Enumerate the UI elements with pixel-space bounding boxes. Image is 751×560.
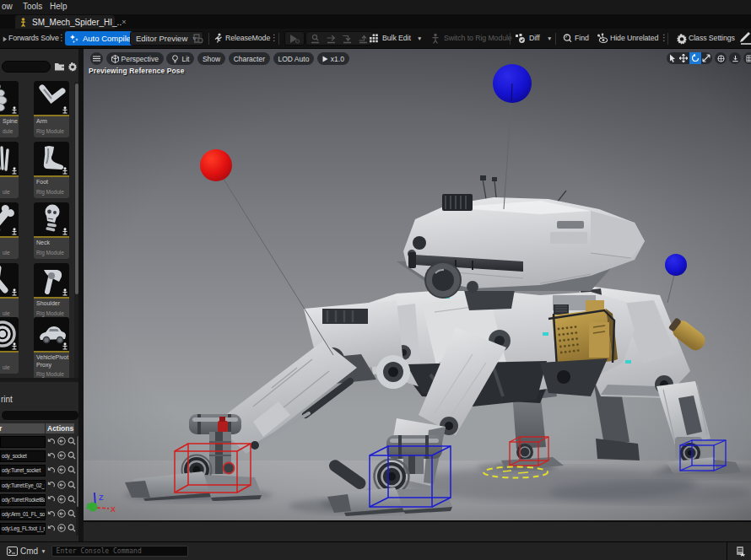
play-debug-icon	[289, 34, 300, 44]
forwards-solve-button[interactable]: Forwards Solve	[8, 34, 59, 42]
module-tile-foot[interactable]: FootRig Module	[34, 142, 69, 198]
bulk-edit-dropdown[interactable]: Bulk Edit	[382, 34, 411, 42]
reset-icon[interactable]	[47, 525, 55, 532]
module-type-label: Rig Module	[36, 250, 68, 256]
console-cmd-dropdown[interactable]: Cmd ▼	[7, 547, 46, 556]
gear-icon	[676, 33, 688, 45]
rotate-tool-button[interactable]	[689, 52, 701, 64]
step-into-icon[interactable]	[342, 34, 353, 44]
module-name: Shoulder	[36, 300, 68, 308]
edit-pencil-icon[interactable]	[739, 32, 751, 45]
module-search-input[interactable]	[2, 61, 51, 73]
show-dropdown[interactable]: Show	[197, 52, 225, 65]
module-tile[interactable]: ule	[0, 142, 19, 198]
class-settings-button[interactable]: Class Settings	[689, 34, 735, 42]
scrollbar-thumb[interactable]	[75, 83, 78, 294]
lit-dropdown[interactable]: Lit	[166, 52, 194, 65]
surface-snapping-button[interactable]	[729, 52, 741, 64]
revision-control-icon[interactable]	[734, 546, 746, 557]
connector-value-field[interactable]: ody:Arm_01_FL_socket	[0, 509, 46, 520]
module-tile[interactable]: ule	[0, 317, 19, 374]
translate-tool-button[interactable]	[678, 52, 690, 64]
magnifier-icon[interactable]	[68, 481, 76, 489]
module-tile-spine[interactable]: Spinedule	[0, 81, 19, 137]
module-tile[interactable]: ule	[0, 263, 19, 320]
use-selected-icon[interactable]	[57, 495, 66, 503]
module-type-label: ule	[3, 364, 17, 371]
magnifier-icon[interactable]	[68, 451, 76, 460]
reset-icon[interactable]	[47, 466, 55, 474]
control-sphere-blue-small[interactable]	[665, 254, 687, 276]
module-type-label: ule	[3, 310, 17, 317]
connector-value-field[interactable]: ody_socket	[0, 450, 46, 462]
character-dropdown[interactable]: Character	[229, 52, 270, 65]
3d-viewport[interactable]: Z X Perspec	[84, 49, 751, 520]
scale-tool-button[interactable]	[701, 52, 713, 64]
palette-settings-gear-icon[interactable]	[68, 62, 78, 72]
lod-dropdown[interactable]: LOD Auto	[273, 52, 315, 65]
hamburger-icon	[93, 56, 100, 62]
reset-icon[interactable]	[47, 452, 55, 460]
magnifier-icon[interactable]	[68, 495, 76, 503]
connector-search-input[interactable]	[1, 410, 79, 421]
connector-value-field[interactable]	[0, 436, 46, 448]
folder-icon[interactable]	[54, 62, 67, 72]
magnifier-icon[interactable]	[68, 509, 76, 518]
control-sphere-red[interactable]	[200, 149, 232, 181]
perspective-dropdown[interactable]: Perspective	[106, 52, 164, 65]
release-mode-options-icon[interactable]: ⋮	[270, 33, 278, 42]
playback-speed-button[interactable]: x1.0	[317, 52, 349, 65]
release-mode-button[interactable]: ReleaseMode	[225, 34, 270, 42]
switch-to-rig-module-button[interactable]: Switch to Rig Module	[444, 34, 512, 42]
use-selected-icon[interactable]	[57, 509, 66, 518]
reset-icon[interactable]	[47, 438, 55, 445]
find-node-step-icon[interactable]	[310, 34, 321, 44]
magnifier-icon[interactable]	[68, 466, 76, 474]
reset-icon[interactable]	[47, 495, 55, 503]
console-input[interactable]: Enter Console Command	[51, 546, 188, 557]
step-out-icon[interactable]	[358, 34, 369, 44]
find-button[interactable]: Find	[575, 34, 589, 42]
select-tool-button[interactable]	[667, 52, 678, 64]
surface-snap-icon	[732, 55, 739, 62]
magnifier-icon[interactable]	[68, 437, 76, 445]
module-tile[interactable]: ule	[0, 202, 19, 259]
module-tile-arm[interactable]: ArmRig Module	[34, 81, 69, 137]
header-actions-column[interactable]: Actions	[46, 423, 74, 433]
menu-item-help[interactable]: Help	[50, 2, 68, 11]
header-name-column[interactable]: r	[0, 423, 45, 433]
diff-dropdown[interactable]: Diff	[529, 34, 540, 42]
menu-item-tools[interactable]: Tools	[23, 2, 42, 11]
module-tile-shoulder[interactable]: ShoulderRig Module	[34, 263, 69, 320]
preview-platform-icon[interactable]	[192, 33, 203, 44]
tab-close-icon[interactable]: ×	[122, 18, 126, 26]
cmd-label: Cmd	[20, 547, 38, 556]
use-selected-icon[interactable]	[57, 524, 66, 532]
connector-value-field[interactable]: ody:Turret:RocketBay_	[0, 494, 46, 506]
use-selected-icon[interactable]	[57, 481, 66, 489]
world-local-toggle-button[interactable]	[715, 52, 727, 64]
magnifier-icon[interactable]	[68, 524, 76, 532]
forwards-solve-caret-icon[interactable]	[2, 35, 8, 43]
asset-tab[interactable]: SM_Mech_Spider_HI_.. ×	[15, 15, 115, 29]
module-tile-vehiclepivot[interactable]: VehiclePivot ProxyRig Module	[34, 317, 69, 380]
connector-value-field[interactable]: ody:Leg_FL:foot_l_soc	[0, 523, 46, 535]
connector-value-field[interactable]: ody:Turret_socket	[0, 465, 46, 477]
hide-unrelated-button[interactable]: Hide Unrelated	[610, 34, 658, 42]
reset-icon[interactable]	[47, 481, 55, 488]
palette-scrollbar[interactable]	[74, 82, 78, 379]
step-over-icon[interactable]	[326, 34, 337, 44]
grid-snapping-button[interactable]	[743, 52, 751, 64]
use-selected-icon[interactable]	[57, 466, 66, 474]
module-tile-neck[interactable]: NeckRig Module	[34, 202, 69, 259]
debug-play-button[interactable]	[284, 31, 305, 46]
scrollbar-thumb[interactable]	[77, 436, 80, 507]
reset-icon[interactable]	[47, 510, 55, 518]
use-selected-icon[interactable]	[57, 437, 66, 445]
viewport-menu-button[interactable]	[90, 52, 103, 65]
menu-item-window[interactable]: ow	[2, 2, 13, 11]
use-selected-icon[interactable]	[57, 451, 66, 460]
connector-value-field[interactable]: ody:Turret:Eye_02_soc	[0, 480, 46, 492]
auto-compile-button[interactable]: Auto Compile	[65, 31, 138, 46]
connector-table-scrollbar[interactable]	[76, 436, 80, 536]
